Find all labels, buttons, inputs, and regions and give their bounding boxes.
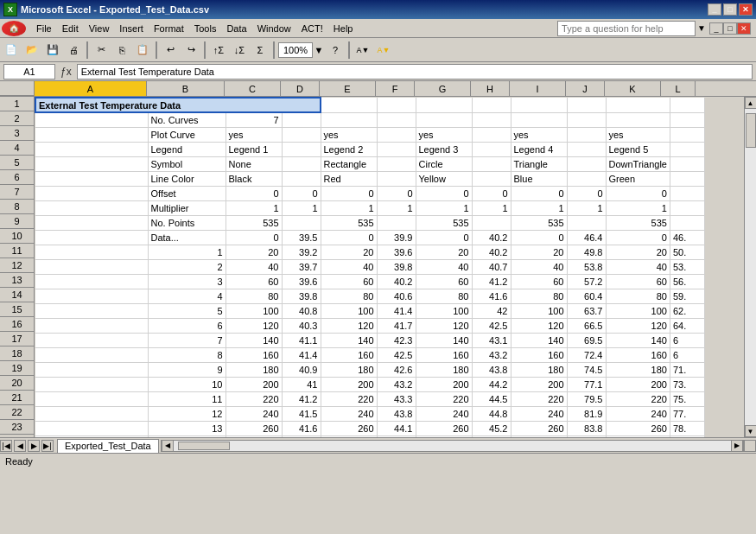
menu-insert[interactable]: Insert <box>114 22 149 35</box>
cell-E16[interactable]: 120 <box>321 318 377 333</box>
cell-D18[interactable]: 41.4 <box>282 347 321 362</box>
cell-J9[interactable] <box>567 215 606 230</box>
cell-H15[interactable]: 42 <box>472 303 511 318</box>
cell-A5[interactable] <box>35 156 148 171</box>
row-5[interactable]: 5 <box>0 156 34 170</box>
cell-H16[interactable]: 42.5 <box>472 318 511 333</box>
cell-D22[interactable]: 41.5 <box>282 406 321 421</box>
cell-I19[interactable]: 180 <box>511 362 567 377</box>
cell-I15[interactable]: 100 <box>511 303 567 318</box>
row-23[interactable]: 23 <box>0 420 34 435</box>
cell-F22[interactable]: 43.8 <box>377 406 416 421</box>
col-header-G[interactable]: G <box>415 81 471 96</box>
cell-F13[interactable]: 40.2 <box>377 274 416 289</box>
cell-D10[interactable]: 39.5 <box>282 230 321 245</box>
cell-I13[interactable]: 60 <box>511 274 567 289</box>
menu-tools[interactable]: Tools <box>189 22 222 35</box>
row-7[interactable]: 7 <box>0 185 34 200</box>
cell-D14[interactable]: 39.8 <box>282 289 321 303</box>
cell-F4[interactable] <box>377 142 416 156</box>
cell-A8[interactable] <box>35 200 148 215</box>
cell-G17[interactable]: 140 <box>416 333 472 347</box>
cell-I22[interactable]: 240 <box>511 406 567 421</box>
row-2[interactable]: 2 <box>0 111 34 126</box>
menu-view[interactable]: View <box>84 22 115 35</box>
cell-H8[interactable]: 1 <box>472 200 511 215</box>
row-22[interactable]: 22 <box>0 405 34 420</box>
cell-E23[interactable]: 260 <box>321 421 377 435</box>
cell-C5[interactable]: None <box>226 156 282 171</box>
sort-desc-button[interactable]: ↓Σ <box>230 41 249 60</box>
cell-G14[interactable]: 80 <box>416 289 472 303</box>
cell-F7[interactable]: 0 <box>377 186 416 200</box>
cell-D17[interactable]: 41.1 <box>282 333 321 347</box>
help-search-input[interactable] <box>557 21 696 36</box>
cell-H7[interactable]: 0 <box>472 186 511 200</box>
cell-E19[interactable]: 180 <box>321 362 377 377</box>
menu-data[interactable]: Data <box>221 22 251 35</box>
cell-E1[interactable] <box>321 98 377 112</box>
cell-G13[interactable]: 60 <box>416 274 472 289</box>
cell-I3[interactable]: yes <box>511 127 567 142</box>
cell-K12[interactable]: 40 <box>606 259 670 274</box>
cell-I11[interactable]: 20 <box>511 245 567 259</box>
cell-A3[interactable] <box>35 127 148 142</box>
cell-K3[interactable]: yes <box>606 127 670 142</box>
cell-H20[interactable]: 44.2 <box>472 377 511 391</box>
cell-K5[interactable]: DownTriangle <box>606 156 670 171</box>
cell-L7[interactable] <box>670 186 704 200</box>
autosum-button[interactable]: Σ <box>251 41 270 60</box>
cell-J6[interactable] <box>567 171 606 186</box>
cell-D3[interactable] <box>282 127 321 142</box>
cell-D9[interactable] <box>282 215 321 230</box>
cell-C2[interactable]: 7 <box>226 112 282 127</box>
cell-L16[interactable]: 64. <box>670 318 704 333</box>
cell-C11[interactable]: 20 <box>226 245 282 259</box>
cell-G5[interactable]: Circle <box>416 156 472 171</box>
cell-A15[interactable] <box>35 303 148 318</box>
cell-E11[interactable]: 20 <box>321 245 377 259</box>
cell-L4[interactable] <box>670 142 704 156</box>
cell-C23[interactable]: 260 <box>226 421 282 435</box>
cell-K15[interactable]: 100 <box>606 303 670 318</box>
new-button[interactable]: 📄 <box>2 41 21 60</box>
format-btn[interactable]: A▼ <box>353 41 372 60</box>
cell-J18[interactable]: 72.4 <box>567 347 606 362</box>
col-header-J[interactable]: J <box>566 81 605 96</box>
formula-input[interactable]: External Test Temperature Data <box>77 64 753 79</box>
row-9[interactable]: 9 <box>0 214 34 229</box>
zoom-input[interactable] <box>278 42 313 58</box>
cell-K1[interactable] <box>606 98 670 112</box>
cell-C22[interactable]: 240 <box>226 406 282 421</box>
cell-B16[interactable]: 6 <box>148 318 226 333</box>
cell-G7[interactable]: 0 <box>416 186 472 200</box>
cell-K6[interactable]: Green <box>606 171 670 186</box>
cell-K17[interactable]: 140 <box>606 333 670 347</box>
row-21[interactable]: 21 <box>0 391 34 405</box>
menu-format[interactable]: Format <box>149 22 189 35</box>
col-header-L[interactable]: L <box>661 81 696 96</box>
cell-G9[interactable]: 535 <box>416 215 472 230</box>
cell-B8[interactable]: Multiplier <box>148 200 226 215</box>
cell-K18[interactable]: 160 <box>606 347 670 362</box>
row-16[interactable]: 16 <box>0 317 34 332</box>
cell-E21[interactable]: 220 <box>321 391 377 406</box>
cell-G21[interactable]: 220 <box>416 391 472 406</box>
cell-C8[interactable]: 1 <box>226 200 282 215</box>
menu-help[interactable]: Help <box>328 22 359 35</box>
cell-H23[interactable]: 45.2 <box>472 421 511 435</box>
cell-I6[interactable]: Blue <box>511 171 567 186</box>
cell-D7[interactable]: 0 <box>282 186 321 200</box>
copy-button[interactable]: ⎘ <box>112 41 131 60</box>
col-header-H[interactable]: H <box>471 81 510 96</box>
cell-L12[interactable]: 53. <box>670 259 704 274</box>
cell-L10[interactable]: 46. <box>670 230 704 245</box>
cell-E5[interactable]: Rectangle <box>321 156 377 171</box>
cell-H3[interactable] <box>472 127 511 142</box>
cell-A20[interactable] <box>35 377 148 391</box>
cell-J14[interactable]: 60.4 <box>567 289 606 303</box>
cell-D12[interactable]: 39.7 <box>282 259 321 274</box>
cell-L14[interactable]: 59. <box>670 289 704 303</box>
cell-G22[interactable]: 240 <box>416 406 472 421</box>
cell-I10[interactable]: 0 <box>511 230 567 245</box>
